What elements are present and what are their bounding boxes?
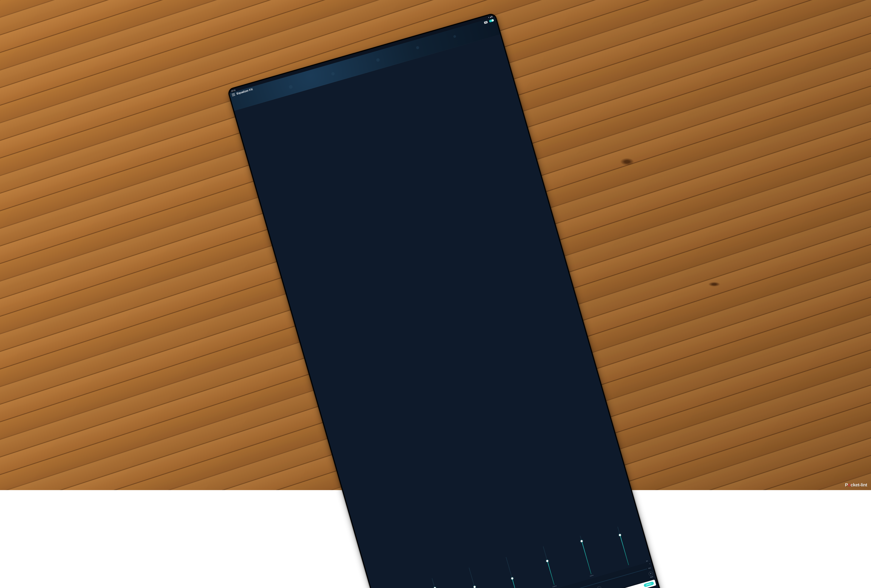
sleep-icon: ☾	[597, 586, 602, 588]
three-d-label: 3D	[646, 560, 648, 562]
chevron-right-icon: ›	[651, 582, 652, 584]
photo-scene: 09:29 ▾ ◢ ▮ Equalizer FX AD	[0, 0, 871, 490]
watermark: Pocket-lint	[845, 482, 867, 488]
menu-icon[interactable]	[232, 93, 235, 96]
mute-icon: ✕	[648, 571, 653, 576]
mode-mute[interactable]: ✕Mute	[648, 571, 654, 578]
ad-chip[interactable]: AD	[484, 21, 488, 24]
mode-label: Mute	[650, 576, 653, 578]
ad-open-button[interactable]: OPEN›	[644, 581, 654, 587]
help-icon[interactable]: ?	[649, 563, 650, 565]
mode-sleep[interactable]: ☾Sleep	[597, 586, 602, 588]
volume-max-label: Max	[648, 567, 651, 569]
